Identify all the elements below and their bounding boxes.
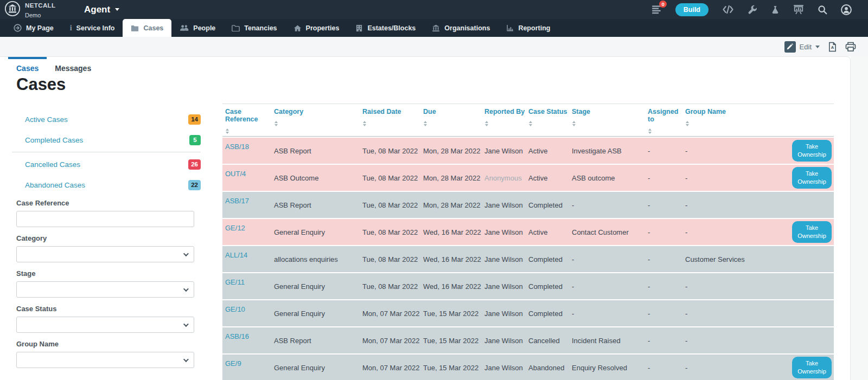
cell-stage: ASB outcome (569, 174, 645, 182)
tab-cases[interactable]: Cases (8, 57, 47, 77)
top-bar: NETCALL Demo Agent 0 Build (0, 0, 868, 19)
chevron-down-icon (115, 8, 119, 11)
column-header[interactable]: Category (271, 108, 360, 134)
nav-item-reporting[interactable]: Reporting (498, 19, 558, 37)
column-header[interactable]: Raised Date (360, 108, 420, 134)
nav-item-organisations[interactable]: Organisations (424, 19, 498, 37)
cell-due-date: Mon, 28 Mar 2022 (420, 147, 482, 155)
field-label: Group Name (16, 340, 194, 348)
list-item[interactable]: Completed Cases 5 (12, 130, 201, 150)
nav-item-estates-blocks[interactable]: Estates/Blocks (347, 19, 424, 37)
cell-case-status: Completed (526, 310, 569, 318)
status-link[interactable]: Completed Cases (25, 136, 83, 144)
cell-case-reference: GE/11 (222, 273, 271, 286)
take-ownership-button[interactable]: Take Ownership (792, 221, 832, 243)
column-header[interactable]: Due (420, 108, 482, 134)
column-header[interactable]: Assigned to (645, 108, 682, 134)
list-item[interactable]: Cancelled Cases 26 (12, 154, 201, 175)
status-link[interactable]: Cancelled Cases (25, 160, 80, 169)
case-reference-link[interactable]: GE/11 (225, 278, 245, 286)
svg-text:A: A (831, 45, 834, 50)
case-reference-link[interactable]: ASB/16 (225, 332, 249, 340)
group-name-select[interactable] (16, 352, 194, 368)
nav-item-properties[interactable]: Properties (285, 19, 348, 37)
cell-raised-date: Mon, 07 Mar 2022 (360, 364, 420, 372)
user-icon[interactable] (841, 4, 852, 15)
nav-item-people[interactable]: People (171, 19, 224, 37)
cell-group-name: - (682, 364, 783, 372)
cell-assigned-to: - (645, 282, 682, 291)
case-reference-input[interactable] (16, 211, 194, 227)
nav-item-cases[interactable]: Cases (123, 19, 171, 37)
case-reference-link[interactable]: OUT/4 (225, 170, 246, 178)
right-gutter (851, 56, 868, 380)
sort-icon[interactable] (529, 121, 532, 126)
nav-item-my-page[interactable]: My Page (5, 19, 62, 37)
sort-icon[interactable] (363, 121, 366, 126)
table-row: OUT/4 ASB Outcome Tue, 08 Mar 2022 Mon, … (222, 165, 834, 191)
cell-reported-by: Jane Wilson (482, 364, 526, 372)
column-header[interactable]: Reported By (482, 108, 526, 134)
cell-category: allocations enquiries (271, 255, 360, 263)
code-icon[interactable] (722, 5, 734, 14)
case-reference-link[interactable]: ASB/18 (225, 143, 249, 151)
cell-raised-date: Tue, 08 Mar 2022 (360, 201, 420, 209)
cell-raised-date: Tue, 08 Mar 2022 (360, 282, 420, 291)
table-row: ALL/14 allocations enquiries Tue, 08 Mar… (222, 246, 834, 272)
case-reference-link[interactable]: ASB/17 (225, 197, 249, 205)
cell-case-status: Completed (526, 282, 569, 291)
print-icon[interactable] (845, 42, 856, 52)
sort-icon[interactable] (648, 128, 652, 134)
netcall-logo[interactable]: NETCALL Demo (0, 0, 55, 20)
column-header[interactable]: Case Status (526, 108, 569, 134)
cell-stage: Contact Customer (569, 228, 645, 236)
cell-category: General Enquiry (271, 282, 360, 291)
sort-icon[interactable] (226, 128, 229, 134)
sort-icon[interactable] (275, 121, 278, 126)
column-header[interactable]: Group Name (682, 108, 783, 134)
build-button[interactable]: Build (675, 3, 709, 16)
sort-icon[interactable] (424, 121, 427, 126)
tab-messages[interactable]: Messages (47, 57, 99, 77)
column-header[interactable]: Case Reference (222, 108, 271, 134)
edit-pencil-icon (784, 41, 796, 53)
status-link[interactable]: Active Cases (25, 115, 68, 124)
column-header[interactable]: Stage (569, 108, 645, 134)
nav-item-service-info[interactable]: i Service Info (62, 19, 123, 37)
case-reference-link[interactable]: ALL/14 (225, 251, 247, 259)
stage-select[interactable] (16, 281, 194, 298)
case-reference-link[interactable]: GE/10 (225, 305, 245, 313)
wrench-icon[interactable] (748, 5, 757, 15)
case-reference-link[interactable]: GE/12 (225, 224, 245, 232)
pdf-export-icon[interactable]: A (828, 42, 837, 52)
case-reference-link[interactable]: GE/9 (225, 359, 241, 368)
queue-icon[interactable]: 0 (652, 4, 662, 15)
search-icon[interactable] (818, 5, 827, 15)
sort-icon[interactable] (485, 121, 488, 126)
edit-dropdown[interactable]: Edit (784, 41, 820, 53)
info-icon: i (70, 24, 72, 32)
app-menu-dropdown[interactable]: Agent (84, 0, 119, 19)
list-item[interactable]: Active Cases 14 (12, 109, 201, 130)
list-item[interactable]: Abandoned Cases 22 (12, 175, 201, 195)
status-link[interactable]: Abandoned Cases (25, 181, 85, 189)
field-label: Case Status (16, 305, 194, 313)
cell-assigned-to: - (645, 310, 682, 318)
cell-group-name: - (682, 147, 783, 155)
cell-stage: - (569, 201, 645, 209)
nav-item-tenancies[interactable]: Tenancies (224, 19, 285, 37)
sort-icon[interactable] (686, 121, 689, 126)
take-ownership-button[interactable]: Take Ownership (792, 167, 832, 189)
cell-category: ASB Report (271, 337, 360, 345)
take-ownership-button[interactable]: Take Ownership (792, 357, 832, 378)
flask-icon[interactable] (771, 5, 780, 15)
field-label: Case Reference (16, 199, 194, 207)
bar-chart-icon (506, 24, 514, 32)
page-toolbar: Edit A (0, 37, 868, 56)
category-select[interactable] (16, 246, 194, 262)
case-status-select[interactable] (16, 317, 194, 333)
take-ownership-button[interactable]: Take Ownership (792, 140, 832, 162)
sort-icon[interactable] (572, 121, 576, 126)
analytics-icon[interactable] (793, 4, 804, 15)
count-badge: 5 (189, 135, 201, 145)
